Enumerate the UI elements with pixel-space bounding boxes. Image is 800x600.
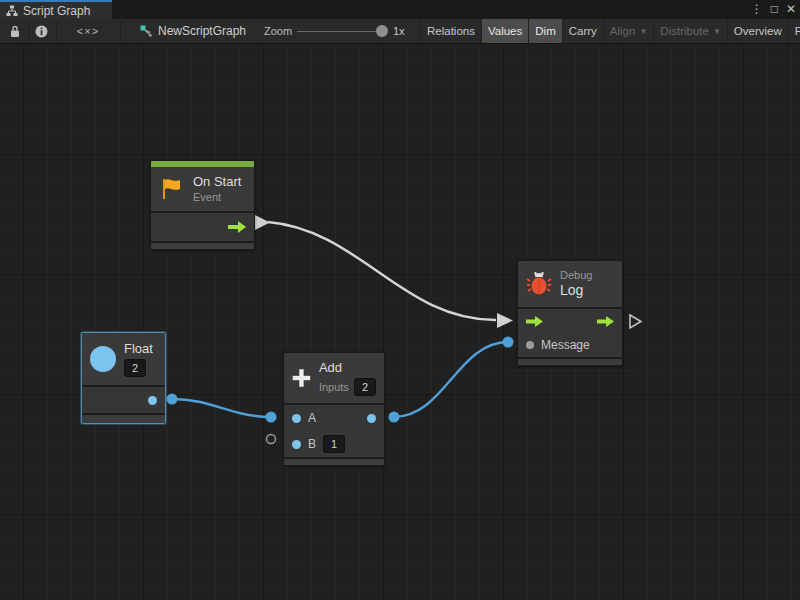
unconnected-port-circle[interactable] <box>267 435 276 444</box>
port-label-message: Message <box>541 338 590 352</box>
window-controls: ⋮ □ ✕ <box>751 0 796 19</box>
node-title: On Start <box>193 174 241 190</box>
node-body <box>151 211 254 241</box>
close-icon[interactable]: ✕ <box>786 0 796 19</box>
toolbar-button-overview[interactable]: Overview <box>727 19 788 43</box>
toolbar-button-dim[interactable]: Dim <box>528 19 561 43</box>
node-footer <box>518 357 622 365</box>
node-title: Float <box>124 341 153 357</box>
node-header: On Start Event <box>151 167 254 211</box>
port-label-b: B <box>308 437 316 451</box>
float-literal-icon <box>90 346 116 372</box>
graph-inspector-icon[interactable]: <×> <box>60 19 116 43</box>
unconnected-flow-triangle[interactable] <box>630 315 641 328</box>
node-add[interactable]: Add Inputs 2 A B 1 <box>283 352 385 466</box>
float-value-field[interactable]: 2 <box>124 359 146 377</box>
flow-output-port[interactable] <box>597 316 614 327</box>
wire-flow-onstart-to-debuglog[interactable] <box>268 222 496 320</box>
node-body: A B 1 <box>284 403 384 457</box>
node-title: Log <box>560 282 592 300</box>
node-footer <box>82 413 165 423</box>
node-footer <box>151 241 254 249</box>
port-label-a: A <box>308 411 316 425</box>
wire-endpoint-dot <box>389 412 400 423</box>
graph-name: NewScriptGraph <box>158 24 246 38</box>
flow-input-port[interactable] <box>526 316 543 327</box>
graph-canvas[interactable]: On Start Event <box>0 44 800 600</box>
value-output-port[interactable] <box>148 396 157 405</box>
toolbar-button-carry[interactable]: Carry <box>562 19 603 43</box>
node-header: Debug Log <box>518 261 622 307</box>
message-input-port[interactable] <box>526 341 534 349</box>
node-on-start[interactable]: On Start Event <box>150 160 255 250</box>
info-icon[interactable] <box>30 19 52 43</box>
flow-output-port[interactable] <box>228 221 246 233</box>
chevron-down-icon: ▼ <box>713 27 721 36</box>
plus-icon <box>292 365 311 391</box>
node-body: Message <box>518 307 622 357</box>
graph-toolbar: <×> NewScriptGraph Zoom 1x RelationsValu… <box>0 19 800 44</box>
tab-title: Script Graph <box>23 4 90 18</box>
flow-wire-source-arrow <box>255 215 270 230</box>
toolbar-button-align[interactable]: Align▼ <box>603 19 654 43</box>
node-float[interactable]: Float 2 <box>81 332 166 424</box>
toolbar-button-full-screen[interactable]: Full Screen <box>788 19 800 43</box>
chevron-down-icon: ▼ <box>639 27 647 36</box>
node-header: Add Inputs 2 <box>284 353 384 403</box>
toolbar-divider <box>120 21 121 41</box>
toolbar-button-values[interactable]: Values <box>481 19 528 43</box>
graph-breadcrumb[interactable]: NewScriptGraph <box>140 19 246 43</box>
flow-wire-target-arrow <box>497 313 513 328</box>
zoom-value: 1x <box>393 19 405 43</box>
wires-layer <box>0 44 800 600</box>
toolbar-button-relations[interactable]: Relations <box>420 19 481 43</box>
inputs-label: Inputs <box>319 380 349 394</box>
inputs-count-field[interactable]: 2 <box>354 378 376 396</box>
toolbar-button-distribute[interactable]: Distribute▼ <box>653 19 727 43</box>
toolbar-divider <box>28 21 29 41</box>
toolbar-button-group: RelationsValuesDimCarryAlign▼Distribute▼… <box>420 19 800 43</box>
script-graph-asset-icon <box>140 25 152 37</box>
wire-endpoint-dot <box>503 337 514 348</box>
wire-endpoint-dot <box>266 412 277 423</box>
script-graph-window: Script Graph ⋮ □ ✕ <×> <box>0 0 800 600</box>
node-footer <box>284 457 384 465</box>
value-output-port[interactable] <box>367 414 376 423</box>
wire-value-add-to-message[interactable] <box>394 342 508 417</box>
value-input-port-a[interactable] <box>292 414 301 423</box>
tab-script-graph[interactable]: Script Graph <box>0 0 112 19</box>
tab-strip: Script Graph ⋮ □ ✕ <box>0 0 800 19</box>
toolbar-divider <box>56 21 57 41</box>
graph-hierarchy-icon <box>6 5 18 17</box>
node-title: Add <box>319 360 376 376</box>
node-header: Float 2 <box>82 333 165 385</box>
zoom-slider-handle[interactable] <box>376 25 388 37</box>
node-debug-log[interactable]: Debug Log Me <box>517 260 623 366</box>
lock-icon[interactable] <box>4 19 26 43</box>
port-b-value-field[interactable]: 1 <box>323 435 345 453</box>
flag-icon <box>159 176 185 202</box>
wire-value-float-to-add-a[interactable] <box>172 399 271 417</box>
maximize-icon[interactable]: □ <box>771 0 778 19</box>
menu-icon[interactable]: ⋮ <box>751 0 763 19</box>
wire-endpoint-dot <box>167 394 178 405</box>
node-kind: Event <box>193 190 241 204</box>
node-body <box>82 385 165 413</box>
zoom-slider-track[interactable] <box>297 31 381 32</box>
node-kind: Debug <box>560 268 592 282</box>
zoom-label: Zoom <box>264 19 292 43</box>
bug-icon <box>526 270 552 298</box>
value-input-port-b[interactable] <box>292 440 301 449</box>
